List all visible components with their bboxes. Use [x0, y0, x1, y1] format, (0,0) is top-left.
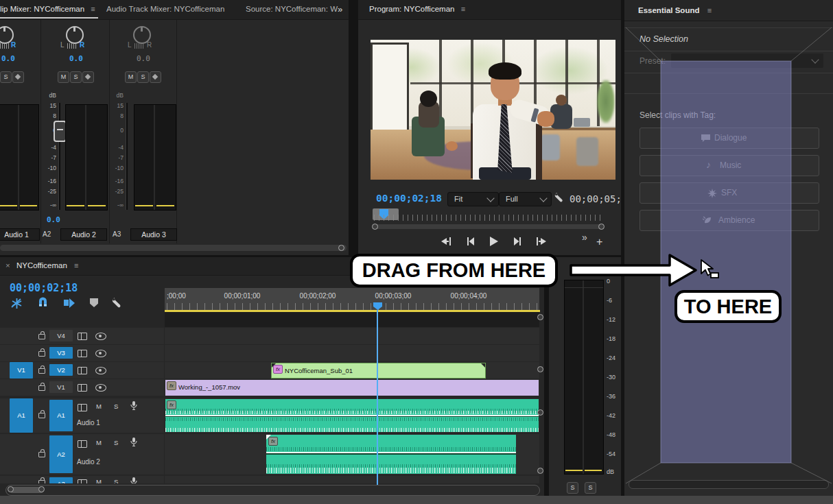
playback-resolution-select[interactable]: Full [499, 192, 552, 206]
program-scrollbar[interactable] [374, 224, 602, 229]
vertical-scroll-handle[interactable] [537, 468, 543, 474]
panel-menu-icon[interactable]: ≡ [74, 261, 78, 269]
tab-overflow-icon[interactable]: » [338, 0, 342, 19]
mute-button[interactable]: M [58, 71, 69, 83]
go-to-in-button[interactable] [441, 237, 452, 246]
track-lane-v1[interactable]: fx Working_-_1057.mov [165, 379, 539, 396]
audio-clip-a1[interactable]: fx [165, 399, 539, 432]
fx-badge[interactable]: fx [268, 437, 278, 446]
sync-lock-icon[interactable] [78, 404, 87, 411]
panel-menu-icon[interactable]: ≡ [707, 6, 712, 14]
panel-menu-icon[interactable]: ≡ [91, 5, 95, 13]
lock-icon[interactable] [38, 452, 45, 457]
track-name-a3[interactable]: A3 [49, 477, 73, 483]
track-name-field[interactable]: Audio 3 [130, 228, 177, 241]
fx-badge[interactable]: fx [273, 365, 283, 374]
timeline-timecode[interactable]: 00;00;02;18 [10, 282, 78, 294]
sync-lock-icon[interactable] [78, 384, 87, 392]
scrollbar-handle[interactable] [338, 245, 344, 251]
track-name-v3[interactable]: V3 [49, 347, 73, 359]
linked-selection-icon[interactable] [63, 298, 75, 309]
track-lane-a2[interactable]: fx [165, 434, 539, 475]
add-marker-icon[interactable] [90, 298, 98, 307]
scrollbar-handle[interactable] [372, 224, 378, 230]
timeline-ruler[interactable]: ;00;00 00;00;01;00 00;00;02;00 00;00;03;… [165, 288, 539, 310]
lock-icon[interactable] [38, 480, 45, 483]
source-patch-v1[interactable]: V1 [10, 362, 33, 379]
voiceover-mic-icon[interactable] [130, 477, 137, 483]
clip-nycofficeman-sub-01[interactable]: fx NYCofficeman_Sub_01 [271, 363, 486, 379]
track-lane-v3[interactable] [165, 345, 539, 361]
timeline-h-scrollbar[interactable] [5, 485, 540, 496]
zoom-handle-right[interactable] [38, 486, 45, 492]
keyframe-toggle-button[interactable] [12, 71, 24, 83]
sync-lock-icon[interactable] [78, 479, 87, 483]
track-name-field[interactable]: Audio 2 [60, 228, 107, 241]
tab-program-monitor[interactable]: Program: NYCofficeman ≡ [369, 0, 465, 19]
nest-sequences-icon[interactable] [11, 298, 23, 309]
playhead-line[interactable] [377, 310, 378, 485]
tag-button-sfx[interactable]: SFX [640, 182, 819, 204]
solo-button[interactable]: S [70, 71, 82, 83]
vertical-scroll-handle[interactable] [537, 314, 543, 320]
play-button[interactable] [489, 236, 499, 247]
solo-button[interactable]: S [0, 71, 12, 83]
track-name-a2[interactable]: A2 [49, 435, 73, 473]
sync-lock-icon[interactable] [78, 333, 87, 340]
go-to-out-button[interactable] [535, 237, 547, 246]
tag-button-music[interactable]: ♪ Music [640, 155, 819, 176]
solo-button[interactable]: S [114, 403, 118, 410]
track-name-v4[interactable]: V4 [49, 330, 73, 341]
track-lane-a1[interactable]: fx [165, 398, 539, 433]
step-back-button[interactable] [465, 237, 475, 246]
track-lane-v2[interactable]: fx NYCofficeman_Sub_01 [165, 362, 539, 379]
sync-lock-icon[interactable] [78, 350, 87, 357]
clip-working-1057-mov[interactable]: fx Working_-_1057.mov [165, 380, 539, 396]
tab-source-monitor[interactable]: Source: NYCofficeman: W [246, 0, 338, 19]
program-timecode[interactable]: 00;00;02;18 [376, 193, 442, 204]
tab-timeline-sequence[interactable]: × NYCofficeman ≡ [5, 257, 78, 274]
mute-button[interactable]: M [125, 71, 137, 83]
scrollbar-handle[interactable] [598, 224, 605, 230]
source-patch-a1[interactable]: A1 [10, 398, 33, 433]
track-name-a1[interactable]: A1 [49, 400, 73, 431]
essential-sound-scrollbar[interactable] [629, 480, 829, 489]
timeline-settings-wrench-icon[interactable] [111, 297, 124, 309]
vertical-scroll-handle[interactable] [537, 366, 543, 372]
mixer-scrollbar[interactable] [0, 245, 347, 251]
lock-icon[interactable] [38, 385, 45, 391]
vertical-scroll-handle[interactable] [537, 409, 543, 416]
track-lane-a3[interactable] [165, 476, 539, 483]
keyframe-toggle-button[interactable] [82, 71, 94, 83]
zoom-level-select[interactable]: Fit [447, 192, 499, 206]
tag-button-dialogue[interactable]: Dialogue [640, 128, 819, 149]
track-name-v1[interactable]: V1 [49, 381, 73, 393]
track-output-eye-icon[interactable] [95, 333, 106, 340]
solo-button[interactable]: S [137, 71, 149, 83]
panel-menu-icon[interactable]: ≡ [461, 5, 465, 13]
sync-lock-icon[interactable] [78, 440, 87, 448]
voiceover-mic-icon[interactable] [130, 437, 137, 447]
preset-select[interactable] [671, 53, 823, 68]
track-name-field[interactable]: Audio 1 [0, 228, 40, 241]
track-output-eye-icon[interactable] [95, 350, 106, 357]
keyframe-toggle-button[interactable] [150, 71, 161, 83]
settings-wrench-icon[interactable] [554, 192, 565, 204]
lock-icon[interactable] [38, 351, 45, 357]
lock-icon[interactable] [38, 413, 45, 418]
mute-button[interactable]: M [96, 478, 102, 483]
zoom-handle-left[interactable] [8, 486, 14, 492]
sync-lock-icon[interactable] [78, 367, 87, 374]
track-name-v2[interactable]: V2 [49, 364, 73, 376]
meter-solo-left-button[interactable]: S [567, 482, 578, 494]
meter-solo-right-button[interactable]: S [585, 482, 596, 494]
mute-button[interactable]: M [96, 439, 102, 446]
lock-icon[interactable] [38, 368, 45, 374]
solo-button[interactable]: S [114, 478, 118, 483]
snap-icon[interactable] [37, 297, 49, 309]
audio-clip-a2[interactable]: fx [266, 435, 516, 474]
step-forward-button[interactable] [513, 237, 523, 246]
tag-button-ambience[interactable]: Ambience [640, 210, 819, 231]
close-icon[interactable]: × [5, 261, 10, 269]
transport-overflow-icon[interactable]: » [582, 232, 587, 243]
